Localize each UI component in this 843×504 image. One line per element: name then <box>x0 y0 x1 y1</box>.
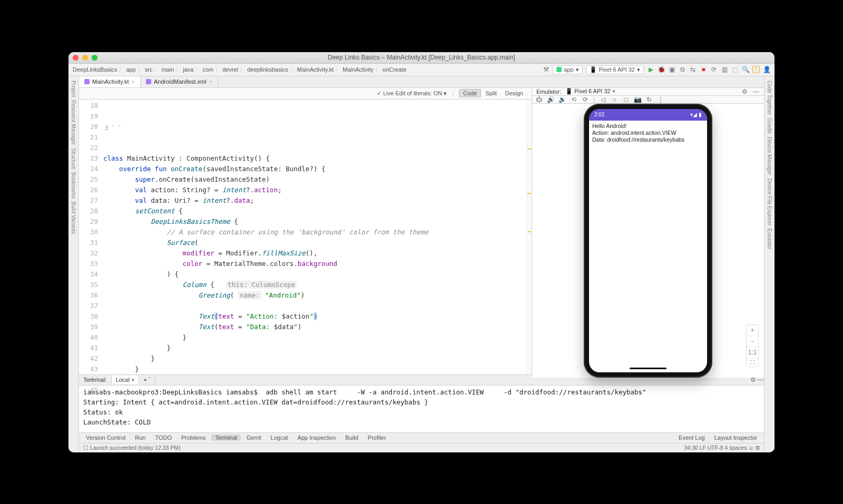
bottom-tool-app-inspection[interactable]: App Inspection <box>294 434 340 441</box>
power-icon[interactable]: ⏻ <box>535 96 543 103</box>
home-icon[interactable]: ○ <box>611 96 618 103</box>
tool-window-tab[interactable]: Gradle <box>767 118 772 134</box>
avd-manager-icon[interactable]: ▥ <box>721 66 728 73</box>
inspection-widget[interactable]: ⚠3 ˆ ˇ <box>101 123 519 134</box>
code-line[interactable]: override fun onCreate(savedInstanceState… <box>103 164 524 174</box>
tool-window-tab[interactable]: Code Together <box>767 81 772 115</box>
profile-icon[interactable]: ⧉ <box>679 66 686 73</box>
editor-mode-design[interactable]: Design <box>501 89 527 97</box>
breadcrumb-item[interactable]: DeepLinksBasics <box>73 66 117 73</box>
code-line[interactable]: // A surface container using the 'backgr… <box>103 227 524 238</box>
code-editor[interactable]: 1819202122232425262728293031323334353637… <box>79 100 532 374</box>
tool-window-tab[interactable]: Bookmarks <box>71 172 76 199</box>
bottom-tool-layout-inspector[interactable]: Layout Inspector <box>711 434 761 441</box>
code-line[interactable]: Surface( <box>103 238 524 248</box>
terminal-session-tab[interactable]: Local × <box>112 375 140 384</box>
hammer-build-icon[interactable]: ⚒ <box>542 66 550 73</box>
editor-mode-split[interactable]: Split <box>481 89 501 97</box>
breadcrumb-item[interactable]: devrel <box>222 66 238 73</box>
breadcrumb-item[interactable]: MainActivity <box>342 66 374 73</box>
code-line[interactable]: } <box>103 364 524 374</box>
gear-icon[interactable]: ⚙ <box>741 88 748 95</box>
code-line[interactable]: Text(text = "Action: $action") <box>103 311 524 322</box>
breadcrumb[interactable]: DeepLinksBasics〉app〉src〉main〉java〉com〉de… <box>73 66 406 74</box>
attach-debugger-icon[interactable]: ⇆ <box>689 66 697 73</box>
bottom-tool-version-control[interactable]: Version Control <box>82 434 129 441</box>
back-icon[interactable]: ◁ <box>599 96 606 103</box>
editor-mode-code[interactable]: Code <box>459 89 481 97</box>
tool-window-tab[interactable]: Emulator <box>767 229 772 250</box>
code-line[interactable]: val data: Uri? = intent?.data; <box>103 195 524 206</box>
breadcrumb-item[interactable]: java <box>183 66 193 73</box>
breadcrumb-item[interactable]: MainActivity.kt <box>297 66 334 73</box>
zoom-out-icon[interactable]: − <box>747 336 758 347</box>
code-line[interactable]: setContent { <box>103 206 524 216</box>
minimize-icon[interactable]: — <box>752 88 760 95</box>
file-tab[interactable]: AndroidManifest.xml × <box>141 76 218 87</box>
zoom-in-icon[interactable]: + <box>747 325 758 336</box>
run-config-selector[interactable]: app ▾ <box>553 65 582 74</box>
stop-icon[interactable]: ■ <box>700 66 707 73</box>
code-line[interactable]: DeepLinksBasicsTheme { <box>103 216 524 227</box>
sync-gradle-icon[interactable]: ⟳ <box>710 66 718 73</box>
code-line[interactable]: ) { <box>103 269 524 280</box>
breadcrumb-item[interactable]: app <box>126 66 135 73</box>
code-line[interactable]: } <box>103 353 524 364</box>
bottom-tool-todo[interactable]: TODO <box>151 434 175 441</box>
breadcrumb-item[interactable]: main <box>161 66 174 73</box>
right-tool-strip[interactable]: Code TogetherGradleDevice ManagerDevice … <box>764 76 775 452</box>
tool-window-tab[interactable]: Resource Manager <box>71 100 76 145</box>
bottom-tool-build[interactable]: Build <box>341 434 361 441</box>
bottom-tool-logcat[interactable]: Logcat <box>267 434 292 441</box>
bottom-tool-gerrit[interactable]: Gerrit <box>243 434 265 441</box>
tool-window-tab[interactable]: Project <box>71 81 76 97</box>
rotate-left-icon[interactable]: ⟲ <box>570 96 577 103</box>
volume-down-icon[interactable]: 🔉 <box>558 96 566 103</box>
code-line[interactable]: } <box>103 343 524 353</box>
error-stripe[interactable] <box>526 100 532 374</box>
device-screen[interactable]: 2:02 ▾◢ ▮ Hello Android!Action: android.… <box>589 109 707 372</box>
breadcrumb-item[interactable]: onCreate <box>383 66 406 73</box>
coverage-icon[interactable]: ▣ <box>668 66 675 73</box>
bottom-tool-terminal[interactable]: Terminal <box>211 434 241 441</box>
tool-window-tab[interactable]: Device File Explorer <box>767 179 772 225</box>
tool-window-tab[interactable]: Build Variants <box>71 202 76 234</box>
run-icon[interactable]: ▶ <box>647 66 654 73</box>
zoom-level[interactable]: 1:1 <box>747 347 758 358</box>
search-everywhere-icon[interactable]: 🔍 <box>742 66 749 73</box>
zoom-fit-icon[interactable]: ⛶ <box>747 358 758 367</box>
live-edit-toggle[interactable]: ✓ Live Edit of literals: ON ▾ <box>377 90 447 97</box>
bottom-tool-profiler[interactable]: Profiler <box>364 434 390 441</box>
reload-icon[interactable]: ↻ <box>645 96 653 103</box>
code-line[interactable]: Column { this: ColumnScope <box>103 280 524 290</box>
code-line[interactable]: color = MaterialTheme.colors.background <box>103 259 524 269</box>
more-icon[interactable]: ⋮ <box>657 96 664 103</box>
code-line[interactable]: class MainActivity : ComponentActivity()… <box>103 153 524 164</box>
tool-window-tab[interactable]: Structure <box>71 148 76 170</box>
code-line[interactable]: Greeting( name: "Android") <box>103 290 524 301</box>
bottom-tool-event-log[interactable]: Event Log <box>675 434 709 441</box>
code-line[interactable]: Text(text = "Data: $data") <box>103 322 524 332</box>
ide-errors-icon[interactable]: ! <box>752 66 760 73</box>
breadcrumb-item[interactable]: com <box>202 66 213 73</box>
new-terminal-button[interactable]: + ˇ <box>139 375 155 384</box>
rotate-right-icon[interactable]: ⟳ <box>582 96 589 103</box>
tool-window-tab[interactable]: Device Manager <box>767 137 772 175</box>
code-line[interactable]: super.onCreate(savedInstanceState) <box>103 174 524 185</box>
sdk-manager-icon[interactable]: ⬚ <box>731 66 739 73</box>
left-tool-strip[interactable]: ProjectResource ManagerStructureBookmark… <box>68 76 79 452</box>
code-line[interactable]: } <box>103 332 524 343</box>
bottom-tool-run[interactable]: Run <box>131 434 149 441</box>
breadcrumb-item[interactable]: deeplinksbasics <box>247 66 288 73</box>
code-line[interactable]: modifier = Modifier.fillMaxSize(), <box>103 248 524 259</box>
code-line[interactable]: val action: String? = intent?.action; <box>103 185 524 195</box>
debug-icon[interactable]: 🐞 <box>658 66 665 73</box>
screenshot-icon[interactable]: 📷 <box>634 96 641 103</box>
emulator-device-tab[interactable]: 📱 Pixel 6 API 32 × <box>565 88 615 95</box>
terminal-output[interactable]: iamsabs-macbookpro3:DeepLinksBasics iams… <box>79 386 764 432</box>
file-tab[interactable]: MainActivity.kt × <box>79 76 141 87</box>
code-area[interactable]: ⚠3 ˆ ˇ class MainActivity : ComponentAct… <box>101 100 526 374</box>
overview-icon[interactable]: □ <box>622 96 630 103</box>
breadcrumb-item[interactable]: src <box>145 66 153 73</box>
device-selector[interactable]: 📱 Pixel 6 API 32 ▾ <box>586 65 644 74</box>
